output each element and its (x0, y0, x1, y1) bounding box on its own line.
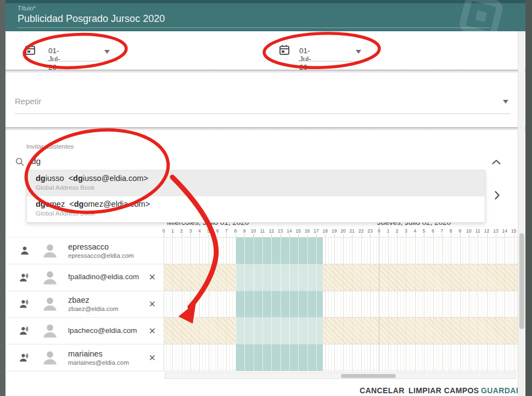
avatar-icon (42, 350, 58, 365)
hour-tick-label: 3 (405, 228, 407, 234)
day-separator (379, 227, 379, 371)
hour-tick-label: 5 (207, 228, 210, 234)
attendee-person-icon (19, 272, 33, 283)
hour-tick-label: 10 (251, 228, 256, 234)
hour-tick-label: 15 (511, 228, 516, 234)
hour-tick-label: 13 (493, 228, 498, 234)
avatar-icon (42, 296, 58, 312)
ghost-calendar-icon (445, 0, 516, 31)
hour-tick-label: 19 (332, 228, 337, 234)
horizontal-scrollbar[interactable] (165, 372, 516, 379)
busy-block (236, 344, 323, 371)
hour-tick-label: 15 (296, 228, 301, 234)
hour-tick-label: 1 (387, 228, 389, 234)
attendee-email: mariaines@eldia.com (68, 359, 129, 366)
chevron-up-icon[interactable] (491, 157, 501, 167)
hour-tick-label: 17 (313, 228, 318, 234)
hour-tick-label: 12 (484, 228, 489, 234)
start-date-value[interactable]: 01-Jul-20 (48, 47, 60, 71)
avatar-icon (42, 243, 58, 258)
hour-tick-label: 3 (189, 228, 192, 234)
attendee-search-input[interactable]: dg (31, 156, 41, 166)
title-underline (18, 27, 490, 28)
organizer-person-icon (19, 245, 33, 256)
attendee-row: lpacheco@eldia.com✕ (5, 318, 164, 344)
chevron-down-icon[interactable] (104, 50, 110, 54)
availability-row (164, 344, 520, 371)
attendee-identity: zbaezzbaez@eldia.com (68, 295, 119, 313)
cancel-button[interactable]: CANCELAR (360, 386, 405, 395)
remove-attendee-button[interactable]: ✕ (149, 272, 156, 282)
event-title-input[interactable]: Publicidad Posgrado Jursoc 2020 (18, 13, 165, 25)
backdrop-right-strip (525, 0, 532, 396)
hour-tick-label: 20 (340, 228, 345, 234)
suggestion-item[interactable]: dgomez <dgomez@eldia.com>Global Address … (27, 196, 485, 222)
availability-row (164, 291, 520, 318)
scheduler-timeline: Miércoles, Julio 01, 2020 Jueves, Julio … (164, 218, 520, 381)
hour-tick-label: 2 (180, 228, 183, 234)
hour-tick-label: 7 (440, 228, 443, 234)
attendee-identity: lpacheco@eldia.com (68, 326, 137, 336)
availability-grid (164, 237, 520, 371)
attendee-person-icon (19, 298, 33, 309)
vertical-scrollbar[interactable] (518, 31, 525, 396)
attendee-name: mariaines (68, 349, 129, 359)
suggestion-item[interactable]: dgiusso <dgiusso@eldia.com>Global Addres… (27, 171, 485, 196)
hour-tick-label: 14 (287, 228, 292, 234)
attendee-row: mariainesmariaines@eldia.com✕ (5, 344, 164, 371)
hour-tick-label: 9 (243, 228, 246, 234)
hour-tick-label: 8 (450, 228, 452, 234)
repeat-underline (15, 114, 511, 114)
attendee-identity: mariainesmariaines@eldia.com (68, 349, 129, 367)
save-button[interactable]: GUARDAR (481, 386, 522, 395)
title-field-label: Título* (18, 5, 36, 12)
suggestions-dropdown: dgiusso <dgiusso@eldia.com>Global Addres… (26, 170, 485, 223)
chevron-right-icon[interactable] (494, 190, 500, 202)
date-underline (47, 61, 118, 61)
suggestion-source: Global Address Book (36, 184, 485, 191)
hour-tick-label: 9 (458, 228, 461, 234)
availability-row (164, 264, 520, 291)
scheduler: epressaccoepressacco@eldia.comfpalladino… (5, 218, 520, 381)
hour-tick-label: 5 (423, 228, 425, 234)
attendee-email: zbaez@eldia.com (68, 305, 119, 313)
end-date-value[interactable]: 01-Jul-20 (299, 47, 311, 71)
attendee-name: epressacco (68, 242, 134, 252)
busy-block (236, 264, 323, 291)
remove-attendee-button[interactable]: ✕ (149, 299, 156, 309)
remove-attendee-button[interactable]: ✕ (149, 326, 156, 336)
vertical-scrollbar-thumb[interactable] (519, 233, 524, 329)
dialog-header: Título* Publicidad Posgrado Jursoc 2020 (5, 0, 525, 31)
horizontal-scrollbar-thumb[interactable] (341, 374, 396, 378)
suggestion-text: dgiusso <dgiusso@eldia.com> (36, 174, 485, 183)
attendee-person-icon (19, 352, 33, 363)
attendee-panel: epressaccoepressacco@eldia.comfpalladino… (5, 237, 164, 371)
repeat-field[interactable]: Repetir (15, 97, 41, 106)
suggestion-source: Global Address Book (36, 210, 485, 217)
hour-tick-label: 4 (413, 228, 416, 234)
chevron-down-icon[interactable] (503, 100, 508, 104)
dates-row: 01-Jul-20 01-Jul-20 (5, 31, 525, 70)
hour-tick-label: 2 (396, 228, 399, 234)
avatar-icon (42, 323, 58, 338)
hour-tick-label: 1 (171, 228, 174, 234)
avatar-icon (42, 270, 58, 285)
remove-attendee-button[interactable]: ✕ (149, 353, 156, 363)
chevron-down-icon[interactable] (356, 50, 361, 54)
attendee-row: zbaezzbaez@eldia.com✕ (5, 291, 164, 318)
hour-tick-label: 8 (234, 228, 237, 234)
hour-tick-label: 23 (367, 228, 372, 234)
attendee-identity: fpalladino@eldia.com (68, 273, 139, 282)
event-dialog: Título* Publicidad Posgrado Jursoc 2020 (5, 0, 525, 396)
clear-fields-button[interactable]: LIMPIAR CAMPOS (408, 386, 479, 395)
hour-tick-label: 22 (359, 228, 363, 234)
hour-tick-label: 21 (350, 228, 355, 234)
availability-row (164, 318, 520, 344)
hour-tick-label: 11 (260, 228, 265, 234)
hour-tick-label: 11 (475, 228, 480, 234)
backdrop-left-strip (0, 0, 5, 396)
hour-tick-label: 6 (432, 228, 434, 234)
hour-tick-label: 12 (268, 228, 273, 234)
attendee-person-icon (19, 325, 33, 336)
hour-tick-label: 0 (163, 228, 165, 234)
